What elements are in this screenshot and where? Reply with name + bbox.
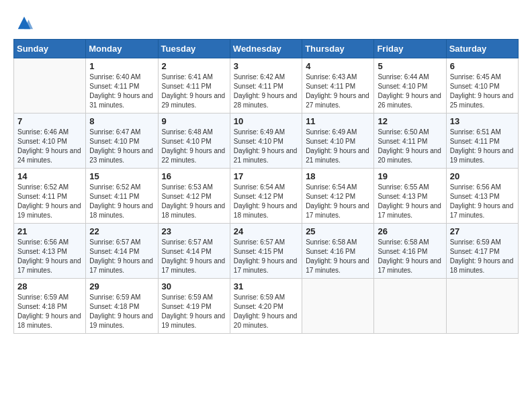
calendar-cell: 20Sunrise: 6:56 AMSunset: 4:13 PMDayligh… (446, 169, 518, 224)
day-info: Sunrise: 6:48 AMSunset: 4:10 PMDaylight:… (162, 128, 226, 165)
day-info: Sunrise: 6:54 AMSunset: 4:12 PMDaylight:… (234, 183, 298, 220)
day-number: 10 (234, 116, 298, 126)
calendar-cell: 24Sunrise: 6:57 AMSunset: 4:15 PMDayligh… (230, 224, 302, 279)
logo (13, 13, 34, 32)
calendar-cell: 17Sunrise: 6:54 AMSunset: 4:12 PMDayligh… (230, 169, 302, 224)
day-number: 4 (306, 61, 370, 71)
calendar-week-row: 7Sunrise: 6:46 AMSunset: 4:10 PMDaylight… (14, 113, 519, 169)
calendar-cell: 27Sunrise: 6:59 AMSunset: 4:17 PMDayligh… (446, 224, 518, 279)
day-info: Sunrise: 6:59 AMSunset: 4:18 PMDaylight:… (17, 293, 82, 330)
calendar-cell: 6Sunrise: 6:45 AMSunset: 4:10 PMDaylight… (446, 58, 518, 113)
calendar-cell: 31Sunrise: 6:59 AMSunset: 4:20 PMDayligh… (230, 279, 302, 334)
day-number: 28 (17, 281, 82, 291)
day-header-tuesday: Tuesday (158, 40, 230, 58)
day-number: 31 (234, 281, 298, 291)
day-info: Sunrise: 6:51 AMSunset: 4:11 PMDaylight:… (450, 128, 515, 165)
calendar-cell: 11Sunrise: 6:49 AMSunset: 4:10 PMDayligh… (302, 113, 374, 169)
day-info: Sunrise: 6:57 AMSunset: 4:14 PMDaylight:… (89, 238, 154, 275)
day-info: Sunrise: 6:46 AMSunset: 4:10 PMDaylight:… (17, 128, 82, 165)
day-info: Sunrise: 6:59 AMSunset: 4:19 PMDaylight:… (162, 293, 226, 330)
day-info: Sunrise: 6:53 AMSunset: 4:12 PMDaylight:… (162, 183, 226, 220)
day-header-wednesday: Wednesday (230, 40, 302, 58)
day-info: Sunrise: 6:58 AMSunset: 4:16 PMDaylight:… (378, 238, 442, 275)
calendar-cell: 4Sunrise: 6:43 AMSunset: 4:11 PMDaylight… (302, 58, 374, 113)
calendar-week-row: 1Sunrise: 6:40 AMSunset: 4:11 PMDaylight… (14, 58, 519, 113)
day-number: 6 (450, 61, 515, 71)
day-info: Sunrise: 6:55 AMSunset: 4:13 PMDaylight:… (378, 183, 442, 220)
calendar-cell: 30Sunrise: 6:59 AMSunset: 4:19 PMDayligh… (158, 279, 230, 334)
day-number: 29 (89, 281, 154, 291)
day-info: Sunrise: 6:44 AMSunset: 4:10 PMDaylight:… (378, 73, 442, 110)
day-header-monday: Monday (86, 40, 158, 58)
day-info: Sunrise: 6:59 AMSunset: 4:18 PMDaylight:… (89, 293, 154, 330)
day-number: 12 (378, 116, 442, 126)
day-info: Sunrise: 6:56 AMSunset: 4:13 PMDaylight:… (450, 183, 515, 220)
day-number: 26 (378, 226, 442, 236)
day-info: Sunrise: 6:42 AMSunset: 4:11 PMDaylight:… (234, 73, 298, 110)
calendar-cell: 26Sunrise: 6:58 AMSunset: 4:16 PMDayligh… (374, 224, 446, 279)
day-number: 1 (89, 61, 154, 71)
calendar-cell: 28Sunrise: 6:59 AMSunset: 4:18 PMDayligh… (14, 279, 86, 334)
day-number: 17 (234, 171, 298, 181)
day-number: 3 (234, 61, 298, 71)
calendar-cell: 8Sunrise: 6:47 AMSunset: 4:10 PMDaylight… (86, 113, 158, 169)
day-number: 2 (162, 61, 226, 71)
calendar-cell: 18Sunrise: 6:54 AMSunset: 4:12 PMDayligh… (302, 169, 374, 224)
day-number: 18 (306, 171, 370, 181)
day-number: 19 (378, 171, 442, 181)
day-number: 9 (162, 116, 226, 126)
day-number: 14 (17, 171, 82, 181)
calendar-cell: 9Sunrise: 6:48 AMSunset: 4:10 PMDaylight… (158, 113, 230, 169)
calendar-week-row: 28Sunrise: 6:59 AMSunset: 4:18 PMDayligh… (14, 279, 519, 334)
day-info: Sunrise: 6:58 AMSunset: 4:16 PMDaylight:… (306, 238, 370, 275)
day-info: Sunrise: 6:41 AMSunset: 4:11 PMDaylight:… (162, 73, 226, 110)
day-info: Sunrise: 6:49 AMSunset: 4:10 PMDaylight:… (234, 128, 298, 165)
calendar-table: SundayMondayTuesdayWednesdayThursdayFrid… (13, 39, 519, 334)
day-info: Sunrise: 6:40 AMSunset: 4:11 PMDaylight:… (89, 73, 154, 110)
day-header-sunday: Sunday (14, 40, 86, 58)
day-number: 23 (162, 226, 226, 236)
calendar-week-row: 14Sunrise: 6:52 AMSunset: 4:11 PMDayligh… (14, 169, 519, 224)
day-number: 13 (450, 116, 515, 126)
day-info: Sunrise: 6:57 AMSunset: 4:14 PMDaylight:… (162, 238, 226, 275)
day-number: 21 (17, 226, 82, 236)
calendar-cell: 2Sunrise: 6:41 AMSunset: 4:11 PMDaylight… (158, 58, 230, 113)
calendar-cell: 3Sunrise: 6:42 AMSunset: 4:11 PMDaylight… (230, 58, 302, 113)
day-info: Sunrise: 6:50 AMSunset: 4:11 PMDaylight:… (378, 128, 442, 165)
day-header-saturday: Saturday (446, 40, 518, 58)
calendar-week-row: 21Sunrise: 6:56 AMSunset: 4:13 PMDayligh… (14, 224, 519, 279)
day-header-friday: Friday (374, 40, 446, 58)
calendar-cell: 1Sunrise: 6:40 AMSunset: 4:11 PMDaylight… (86, 58, 158, 113)
calendar-cell: 22Sunrise: 6:57 AMSunset: 4:14 PMDayligh… (86, 224, 158, 279)
calendar-cell (446, 279, 518, 334)
page-header (13, 13, 519, 32)
calendar-cell (14, 58, 86, 113)
day-number: 7 (17, 116, 82, 126)
day-info: Sunrise: 6:57 AMSunset: 4:15 PMDaylight:… (234, 238, 298, 275)
day-number: 25 (306, 226, 370, 236)
day-info: Sunrise: 6:59 AMSunset: 4:20 PMDaylight:… (234, 293, 298, 330)
day-header-thursday: Thursday (302, 40, 374, 58)
day-number: 8 (89, 116, 154, 126)
calendar-cell: 29Sunrise: 6:59 AMSunset: 4:18 PMDayligh… (86, 279, 158, 334)
day-info: Sunrise: 6:56 AMSunset: 4:13 PMDaylight:… (17, 238, 82, 275)
day-number: 22 (89, 226, 154, 236)
day-number: 27 (450, 226, 515, 236)
day-number: 5 (378, 61, 442, 71)
day-number: 30 (162, 281, 226, 291)
calendar-cell: 25Sunrise: 6:58 AMSunset: 4:16 PMDayligh… (302, 224, 374, 279)
day-info: Sunrise: 6:45 AMSunset: 4:10 PMDaylight:… (450, 73, 515, 110)
calendar-cell: 12Sunrise: 6:50 AMSunset: 4:11 PMDayligh… (374, 113, 446, 169)
day-info: Sunrise: 6:43 AMSunset: 4:11 PMDaylight:… (306, 73, 370, 110)
day-number: 24 (234, 226, 298, 236)
day-info: Sunrise: 6:52 AMSunset: 4:11 PMDaylight:… (17, 183, 82, 220)
calendar-cell (374, 279, 446, 334)
day-info: Sunrise: 6:47 AMSunset: 4:10 PMDaylight:… (89, 128, 154, 165)
calendar-header-row: SundayMondayTuesdayWednesdayThursdayFrid… (14, 40, 519, 58)
calendar-cell: 23Sunrise: 6:57 AMSunset: 4:14 PMDayligh… (158, 224, 230, 279)
day-number: 15 (89, 171, 154, 181)
calendar-cell: 21Sunrise: 6:56 AMSunset: 4:13 PMDayligh… (14, 224, 86, 279)
calendar-cell: 7Sunrise: 6:46 AMSunset: 4:10 PMDaylight… (14, 113, 86, 169)
day-number: 16 (162, 171, 226, 181)
calendar-cell: 15Sunrise: 6:52 AMSunset: 4:11 PMDayligh… (86, 169, 158, 224)
